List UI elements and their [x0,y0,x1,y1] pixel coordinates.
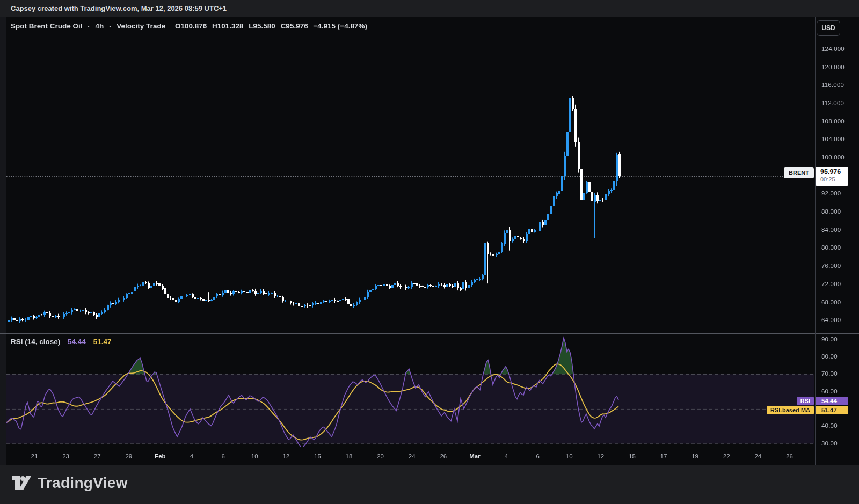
separator-dot: · [88,22,90,30]
price-tick-label: 112.000 [821,100,844,106]
symbol-info-bar[interactable]: Spot Brent Crude Oil · 4h · Velocity Tra… [11,22,367,30]
time-tick-label: 26 [786,453,793,459]
symbol-title[interactable]: Spot Brent Crude Oil [11,22,83,30]
rsi-ma-value-label: 51.47 [816,406,848,414]
ohlc-high: H101.328 [212,22,244,30]
rsi-tick-label: 30.00 [821,440,838,447]
time-tick-label: 18 [346,453,353,459]
attribution-bar: Capsey created with TradingView.com, Mar… [0,0,859,17]
time-tick-label: 4 [190,453,193,459]
tradingview-logo[interactable]: TradingView [12,474,128,492]
rsi-info-bar[interactable]: RSI (14, close) 54.44 51.47 [11,338,111,346]
price-change: −4.915 (−4.87%) [313,22,367,30]
rsi-current-value: 54.44 [68,338,86,346]
ohlc-low: L95.580 [249,22,275,30]
price-chart-canvas[interactable] [0,0,859,504]
time-tick-label: 4 [505,453,508,459]
time-tick-label: 26 [440,453,447,459]
time-tick-label: 22 [723,453,730,459]
bar-countdown: 00:25 [820,176,848,182]
symbol-exchange: Velocity Trade [117,22,165,30]
rsi-ma-current-value: 51.47 [93,338,112,346]
price-tick-label: 120.000 [821,64,845,70]
tradingview-wordmark: TradingView [38,474,128,492]
time-tick-label: 12 [282,453,289,459]
time-tick-label: 21 [31,453,38,459]
price-tick-label: 88.000 [821,208,841,215]
rsi-ma-line-label: RSI-based MA [767,406,814,414]
price-tick-label: 92.000 [821,190,841,196]
tradingview-snapshot: Capsey created with TradingView.com, Mar… [0,0,859,504]
price-tick-label: 100.000 [821,154,845,160]
currency-toggle-button[interactable]: USD [817,20,840,36]
time-tick-label: 15 [629,453,636,459]
symbol-interval[interactable]: 4h [96,22,104,30]
price-line-symbol-label: BRENT [784,167,814,178]
rsi-tick-label: 80.00 [821,353,838,360]
price-tick-label: 64.000 [821,317,841,323]
time-tick-label: 27 [94,453,101,459]
time-tick-label: Feb [155,453,165,459]
time-tick-label: 6 [221,453,224,459]
rsi-title: RSI (14, close) [11,338,60,346]
price-tick-label: 76.000 [821,262,841,269]
rsi-tick-label: 40.00 [821,422,838,429]
attribution-text: Capsey created with TradingView.com, Mar… [11,4,227,12]
rsi-value-label: 54.44 [816,397,848,405]
time-tick-label: 12 [597,453,604,459]
rsi-line-label: RSI [797,397,814,405]
price-tick-label: 68.000 [821,299,841,305]
rsi-tick-label: 90.00 [821,336,838,342]
last-price-value: 95.976 [820,168,848,176]
last-price-label: 95.976 00:25 [816,167,848,186]
ohlc-close: C95.976 [281,22,308,30]
time-tick-label: 20 [377,453,384,459]
separator-dot: · [109,22,112,30]
tradingview-logo-icon [12,476,31,490]
price-tick-label: 108.000 [821,118,845,125]
price-tick-label: 84.000 [821,227,841,233]
time-tick-label: 17 [660,453,667,459]
time-tick-label: 23 [62,453,69,459]
time-tick-label: 10 [566,453,573,459]
time-axis-border [0,448,859,448]
price-tick-label: 72.000 [821,281,841,287]
time-tick-label: 10 [251,453,258,459]
price-tick-label: 104.000 [821,136,845,142]
time-tick-label: 19 [691,453,698,459]
pane-separator[interactable] [0,333,859,334]
price-tick-label: 116.000 [821,82,844,88]
time-tick-label: Mar [469,453,480,459]
ohlc-open: O100.876 [175,22,207,30]
time-tick-label: 24 [754,453,761,459]
price-tick-label: 80.000 [821,244,841,251]
time-tick-label: 15 [314,453,321,459]
time-tick-label: 24 [409,453,416,459]
rsi-tick-label: 70.00 [821,370,838,377]
rsi-tick-label: 60.00 [821,388,838,395]
price-tick-label: 124.000 [821,46,845,52]
time-tick-label: 29 [125,453,132,459]
time-tick-label: 6 [536,453,539,459]
